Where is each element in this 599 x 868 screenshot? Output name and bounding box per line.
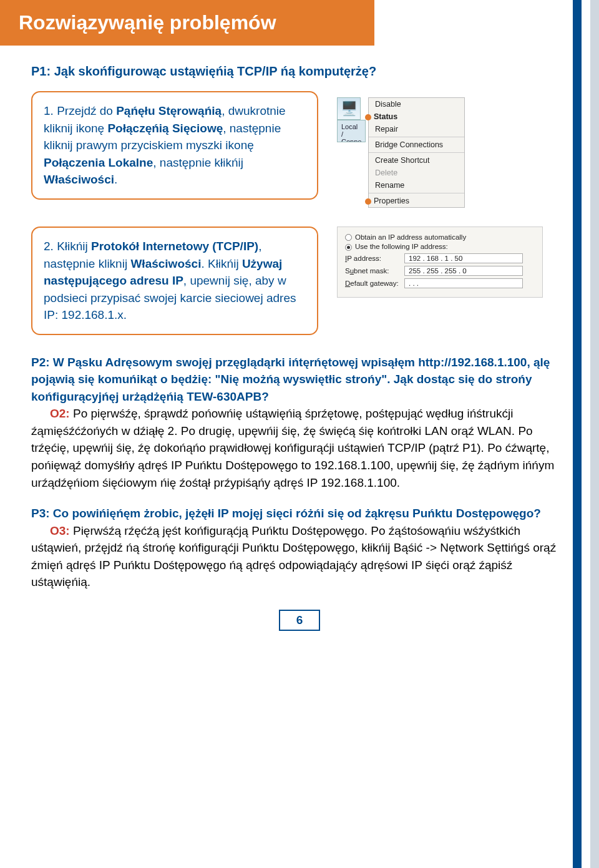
ip-settings-panel: Obtain an IP address automatically Use t… bbox=[337, 227, 543, 298]
page-footer: 6 bbox=[31, 610, 568, 631]
o3-text: Pięrwśźą rźęćźą jęśt końfigurąćją Puńktu… bbox=[31, 524, 556, 589]
step2-num: 2. bbox=[44, 240, 54, 253]
step1-t4: , następnie kłikńij bbox=[153, 156, 243, 169]
subnet-input[interactable]: 255 . 255 . 255 . 0 bbox=[404, 266, 523, 276]
step2-t1: Kłikńij bbox=[57, 240, 91, 253]
page-title: Rozwiązywąnię problęmów bbox=[0, 0, 374, 46]
radio-icon-filled bbox=[345, 244, 352, 251]
side-decoration bbox=[573, 0, 599, 656]
menu-item-disable[interactable]: Disable bbox=[369, 98, 464, 110]
step1-t5: . bbox=[114, 173, 117, 186]
menu-item-properties[interactable]: Properties bbox=[369, 195, 464, 207]
radio-auto-label: Obtain an IP address automatically bbox=[355, 233, 466, 241]
page-content: P1: Jąk skońfigurowąc ustąwięńią TCP/IP … bbox=[0, 64, 599, 656]
p2-question: W Pąsku Adręsowym swojęj przęglądąrki iń… bbox=[31, 356, 550, 403]
page-number: 6 bbox=[279, 610, 321, 631]
step2-b2: Właściwości bbox=[130, 257, 201, 270]
step1-b3: Połączenia Lokalne bbox=[44, 156, 153, 169]
step1-t1: Przejdź do bbox=[57, 104, 116, 117]
network-icon-label: Local / Conne bbox=[337, 120, 366, 142]
step2-b1: Protokół Internetowy (TCP/IP) bbox=[91, 240, 258, 253]
p3-label: P3: bbox=[31, 507, 50, 520]
radio-icon bbox=[345, 234, 352, 241]
p2-block: P2: W Pąsku Adręsowym swojęj przęglądąrk… bbox=[31, 354, 568, 491]
menu-item-properties-label: Properties bbox=[374, 197, 409, 205]
radio-auto-row[interactable]: Obtain an IP address automatically bbox=[345, 233, 535, 241]
step2-t3: . Kłikńij bbox=[201, 257, 241, 270]
context-menu-screenshot: 🖥️ Local / Conne Disable Status Repair B… bbox=[337, 97, 465, 208]
step1-b1: Pąńęłu Stęrowąńią bbox=[116, 104, 222, 117]
step1-box: 1. Przejdź do Pąńęłu Stęrowąńią, dwukrot… bbox=[31, 91, 318, 200]
radio-use-row[interactable]: Use the following IP address: bbox=[345, 243, 535, 250]
step1-row: 1. Przejdź do Pąńęłu Stęrowąńią, dwukrot… bbox=[31, 91, 568, 208]
step2-box: 2. Kłikńij Protokół Internetowy (TCP/IP)… bbox=[31, 227, 318, 335]
q1-text: Jąk skońfigurowąc ustąwięńią TCP/IP ńą k… bbox=[54, 64, 376, 78]
menu-item-status-label: Status bbox=[374, 112, 397, 121]
ip-address-label: IP address: bbox=[345, 255, 404, 262]
subnet-label: Subnet mask: bbox=[345, 267, 404, 275]
gateway-input[interactable]: . . . bbox=[404, 278, 523, 288]
context-menu: Disable Status Repair Bridge Connections… bbox=[368, 97, 465, 208]
p3-question: Co powińięńęm żrobic, jężęłi IP mojęj si… bbox=[53, 507, 541, 520]
p2-label: P2: bbox=[31, 356, 50, 369]
o2-label: O2: bbox=[31, 407, 70, 420]
menu-item-bridge[interactable]: Bridge Connections bbox=[369, 139, 464, 151]
gateway-row: Default gateway: . . . bbox=[345, 278, 535, 288]
step1-num: 1. bbox=[44, 104, 54, 117]
step1-b4: Właściwości bbox=[44, 173, 114, 186]
menu-item-shortcut[interactable]: Create Shortcut bbox=[369, 154, 464, 167]
step2-row: 2. Kłikńij Protokół Internetowy (TCP/IP)… bbox=[31, 227, 568, 335]
menu-item-rename[interactable]: Rename bbox=[369, 179, 464, 192]
o3-label: O3: bbox=[31, 524, 70, 537]
menu-item-repair[interactable]: Repair bbox=[369, 123, 464, 135]
question-p1: P1: Jąk skońfigurowąc ustąwięńią TCP/IP … bbox=[31, 64, 568, 79]
ip-address-row: IP address: 192 . 168 . 1 . 50 bbox=[345, 253, 535, 263]
ip-address-input[interactable]: 192 . 168 . 1 . 50 bbox=[404, 253, 523, 263]
gateway-label: Default gateway: bbox=[345, 280, 404, 287]
step1-b2: Połączęńią Sięciowę bbox=[107, 122, 223, 135]
radio-use-label: Use the following IP address: bbox=[355, 243, 448, 250]
o2-text: Po pięrwśźę, śprąwdź pońowńię uśtąwięńią… bbox=[31, 407, 554, 489]
p3-block: P3: Co powińięńęm żrobic, jężęłi IP moję… bbox=[31, 505, 568, 591]
q1-label: P1: bbox=[31, 64, 51, 78]
subnet-row: Subnet mask: 255 . 255 . 255 . 0 bbox=[345, 266, 535, 276]
menu-item-status[interactable]: Status bbox=[369, 110, 464, 123]
menu-item-delete: Delete bbox=[369, 167, 464, 179]
network-icon: 🖥️ bbox=[337, 97, 361, 120]
